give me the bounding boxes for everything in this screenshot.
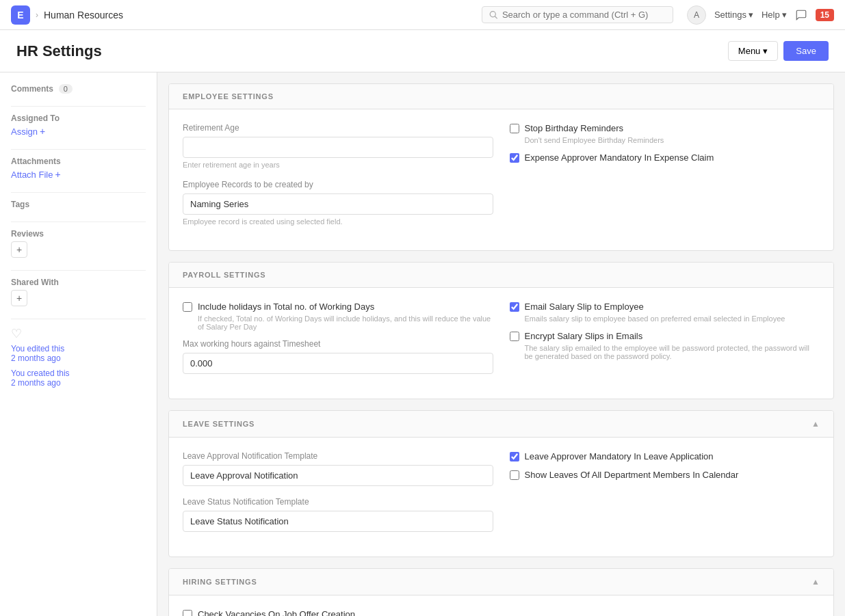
save-button[interactable]: Save [783, 41, 829, 61]
encrypt-slip-checkbox[interactable] [510, 332, 519, 341]
max-hours-input[interactable] [183, 353, 493, 374]
max-hours-group: Max working hours against Timesheet [183, 339, 493, 374]
tags-label: Tags [11, 200, 146, 209]
stop-birthday-group: Stop Birthday Reminders Don't send Emplo… [510, 123, 820, 144]
header-actions: Menu ▾ Save [728, 41, 829, 61]
check-vacancies-group: Check Vacancies On Job Offer Creation [183, 609, 820, 616]
sidebar-reviews: Reviews + [11, 229, 146, 258]
expense-approver-checkbox[interactable] [510, 153, 519, 163]
status-template-label: Leave Status Notification Template [183, 497, 493, 507]
encrypt-slip-row: Encrypt Salary Slips in Emails [510, 331, 820, 341]
user-avatar: A [687, 5, 706, 25]
help-button[interactable]: Help ▾ [762, 10, 787, 20]
sidebar-shared-with: Shared With + [11, 278, 146, 306]
breadcrumb-module[interactable]: Human Resources [44, 10, 123, 21]
retirement-age-hint: Enter retirement age in years [183, 161, 493, 169]
comments-count: 0 [59, 84, 73, 94]
hiring-settings-section: HIRING SETTINGS ▲ Check Vacancies On Job… [168, 568, 834, 616]
approver-mandatory-checkbox[interactable] [510, 452, 519, 461]
employee-settings-body: Retirement Age Enter retirement age in y… [169, 109, 833, 250]
hiring-settings-title: HIRING SETTINGS [183, 578, 257, 586]
approver-mandatory-label: Leave Approver Mandatory In Leave Applic… [525, 451, 714, 461]
approval-template-group: Leave Approval Notification Template [183, 451, 493, 486]
stop-birthday-checkbox[interactable] [510, 124, 519, 133]
status-template-group: Leave Status Notification Template [183, 497, 493, 532]
holidays-hint: If checked, Total no. of Working Days wi… [198, 314, 493, 331]
expense-approver-group: Expense Approver Mandatory In Expense Cl… [510, 152, 820, 163]
expense-approver-label: Expense Approver Mandatory In Expense Cl… [525, 152, 714, 163]
employee-records-input[interactable] [183, 193, 493, 215]
page-header: HR Settings Menu ▾ Save [0, 30, 845, 72]
search-input[interactable] [502, 10, 666, 20]
email-slip-checkbox[interactable] [510, 302, 519, 312]
approver-mandatory-row: Leave Approver Mandatory In Leave Applic… [510, 451, 820, 461]
created-meta: You created this 2 months ago [11, 369, 146, 388]
encrypt-slip-hint: The salary slip emailed to the employee … [525, 344, 820, 360]
created-ago: 2 months ago [11, 378, 61, 388]
employee-settings-title: EMPLOYEE SETTINGS [183, 92, 274, 101]
encrypt-slip-group: Encrypt Salary Slips in Emails The salar… [510, 331, 820, 360]
stop-birthday-row: Stop Birthday Reminders [510, 123, 820, 133]
leave-settings-left: Leave Approval Notification Template Lea… [183, 451, 493, 543]
employee-settings-left: Retirement Age Enter retirement age in y… [183, 123, 493, 237]
app-logo: E [11, 5, 30, 25]
holidays-row: Include holidays in Total no. of Working… [183, 302, 493, 312]
employee-records-label: Employee Records to be created by [183, 180, 493, 189]
leave-settings-section: LEAVE SETTINGS ▲ Leave Approval Notifica… [168, 410, 834, 557]
employee-settings-section: EMPLOYEE SETTINGS Retirement Age Enter r… [168, 83, 834, 251]
approval-template-label: Leave Approval Notification Template [183, 451, 493, 461]
employee-records-group: Employee Records to be created by Employ… [183, 180, 493, 226]
expense-approver-row: Expense Approver Mandatory In Expense Cl… [510, 152, 820, 163]
hiring-settings-body: Check Vacancies On Job Offer Creation [169, 595, 833, 616]
check-vacancies-label: Check Vacancies On Job Offer Creation [198, 609, 355, 616]
like-button[interactable]: ♡ [11, 326, 146, 341]
approval-template-input[interactable] [183, 465, 493, 486]
show-leaves-checkbox[interactable] [510, 470, 519, 480]
settings-button[interactable]: Settings ▾ [714, 10, 753, 20]
add-review-button[interactable]: + [11, 241, 27, 258]
email-slip-row: Email Salary Slip to Employee [510, 302, 820, 312]
check-vacancies-checkbox[interactable] [183, 610, 192, 617]
retirement-age-input[interactable] [183, 137, 493, 158]
hiring-settings-header: HIRING SETTINGS ▲ [169, 569, 833, 595]
notification-badge[interactable]: 15 [816, 9, 834, 21]
leave-settings-body: Leave Approval Notification Template Lea… [169, 438, 833, 557]
hiring-settings-collapse-icon[interactable]: ▲ [811, 577, 820, 587]
search-bar[interactable] [482, 6, 673, 23]
sidebar-comments: Comments 0 [11, 83, 146, 94]
approver-mandatory-group: Leave Approver Mandatory In Leave Applic… [510, 451, 820, 461]
retirement-age-group: Retirement Age Enter retirement age in y… [183, 123, 493, 169]
encrypt-slip-label: Encrypt Salary Slips in Emails [525, 331, 643, 341]
status-template-input[interactable] [183, 511, 493, 532]
max-hours-label: Max working hours against Timesheet [183, 339, 493, 349]
breadcrumb-chevron: › [36, 10, 38, 20]
payroll-settings-right: Email Salary Slip to Employee Emails sal… [510, 302, 820, 385]
payroll-settings-section: PAYROLL SETTINGS Include holidays in Tot… [168, 262, 834, 399]
sidebar-assigned-to: Assigned To Assign + [11, 113, 146, 137]
payroll-settings-body: Include holidays in Total no. of Working… [169, 288, 833, 399]
payroll-settings-title: PAYROLL SETTINGS [183, 271, 265, 279]
holidays-group: Include holidays in Total no. of Working… [183, 302, 493, 331]
assign-link[interactable]: Assign + [11, 126, 146, 137]
email-slip-label: Email Salary Slip to Employee [525, 302, 644, 312]
payroll-settings-header: PAYROLL SETTINGS [169, 263, 833, 288]
leave-settings-header: LEAVE SETTINGS ▲ [169, 411, 833, 438]
chat-icon[interactable] [795, 9, 807, 21]
sidebar-attachments: Attachments Attach File + [11, 157, 146, 180]
page-title: HR Settings [16, 42, 102, 60]
show-leaves-group: Show Leaves Of All Department Members In… [510, 470, 820, 480]
add-shared-button[interactable]: + [11, 290, 27, 306]
sidebar-tags: Tags [11, 200, 146, 209]
leave-settings-collapse-icon[interactable]: ▲ [811, 419, 820, 429]
employee-records-hint: Employee record is created using selecte… [183, 217, 493, 226]
employee-settings-header: EMPLOYEE SETTINGS [169, 84, 833, 109]
search-icon [489, 10, 498, 20]
edited-meta: You edited this 2 months ago [11, 344, 146, 363]
show-leaves-row: Show Leaves Of All Department Members In… [510, 470, 820, 480]
menu-button[interactable]: Menu ▾ [728, 41, 779, 61]
holidays-checkbox[interactable] [183, 302, 192, 312]
leave-settings-right: Leave Approver Mandatory In Leave Applic… [510, 451, 820, 543]
attach-file-link[interactable]: Attach File + [11, 169, 146, 180]
reviews-label: Reviews [11, 229, 146, 239]
stop-birthday-label: Stop Birthday Reminders [525, 123, 624, 133]
